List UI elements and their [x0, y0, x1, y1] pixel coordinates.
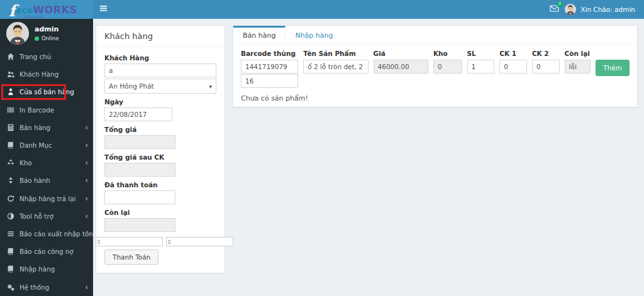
user-menu[interactable]: Xin Chào: admin	[565, 4, 635, 15]
chevron-left-icon: ‹	[85, 195, 88, 202]
barcode-icon	[6, 106, 15, 114]
sl-column: SL	[467, 50, 495, 74]
sidebar-item-in-barcode[interactable]: In Barcode	[0, 101, 93, 119]
sidebar: admin Online Trang chủ Khách Hàng Cửa sổ…	[0, 19, 93, 296]
list-icon	[6, 230, 15, 238]
empty-product-message: Chưa có sản phẩm!	[233, 88, 637, 102]
ck2-label: CK 2	[532, 50, 560, 57]
khach-hang-label: Khách Hàng	[104, 54, 216, 62]
sales-form: Barcode thùng Tên Sản Phẩm Giá Kho SL CK…	[233, 44, 637, 88]
greeting-text: Xin Chào: admin	[580, 6, 635, 13]
sidebar-avatar	[6, 22, 29, 45]
tong-gia-sau-ck-input	[104, 163, 175, 177]
da-thanh-toan-input[interactable]	[104, 190, 175, 204]
khach-hang-input[interactable]	[104, 63, 216, 77]
sidebar-item-kho[interactable]: Kho ‹	[0, 154, 93, 172]
tong-gia-input	[104, 135, 175, 149]
ck2-column: CK 2	[532, 50, 560, 74]
sidebar-item-khach-hang[interactable]: Khách Hàng	[0, 65, 93, 83]
sidebar-user-panel: admin Online	[0, 19, 93, 48]
navbar-right: 0 Xin Chào: admin	[550, 4, 644, 15]
ngay-input[interactable]	[104, 107, 172, 121]
logo-tagline: Make up your	[25, 15, 44, 18]
sidebar-item-bao-cao-xuat-nhap-ton[interactable]: Báo cáo xuất nhập tồn	[0, 225, 93, 243]
tab-nhap-hang[interactable]: Nhập hàng	[286, 26, 342, 43]
product-name-column: Tên Sản Phẩm	[303, 50, 368, 74]
customer-panel: Khách hàng Khách Hàng An Hồng Phát ▼ Ngà…	[96, 25, 225, 273]
book-icon	[6, 265, 15, 273]
chevron-left-icon: ‹	[85, 212, 88, 220]
chevron-left-icon: ‹	[85, 177, 88, 184]
cubes-icon	[6, 159, 15, 167]
users-icon	[6, 70, 15, 78]
dropdown-arrow-icon: ▼	[209, 84, 212, 89]
khach-hang-select[interactable]: An Hồng Phát ▼	[104, 79, 216, 94]
sidebar-user-status: Online	[35, 35, 58, 41]
chevron-left-icon: ‹	[85, 283, 88, 291]
sidebar-item-nhap-hang-tra-lai[interactable]: Nhập hàng trả lại ‹	[0, 190, 93, 207]
sidebar-item-ban-hang[interactable]: Bán hàng ‹	[0, 119, 93, 136]
sidebar-item-he-thong[interactable]: Hệ thống ‹	[0, 278, 93, 295]
misc-input-1[interactable]	[96, 237, 163, 246]
online-dot-icon	[35, 36, 39, 41]
sales-panel: Bán hàng Nhập hàng Barcode thùng Tên Sản…	[233, 25, 638, 107]
tong-gia-sau-ck-label: Tổng giá sau CK	[104, 153, 216, 161]
barcode-label: Barcode thùng	[241, 50, 298, 57]
sidebar-item-bao-hanh[interactable]: Bảo hành ‹	[0, 172, 93, 189]
kho-label: Kho	[433, 50, 462, 57]
sidebar-item-tool-ho-tro[interactable]: Tool hỗ trợ ‹	[0, 207, 93, 225]
messages-menu[interactable]: 0	[550, 4, 559, 14]
chevron-left-icon: ‹	[85, 141, 88, 149]
misc-input-2[interactable]	[166, 237, 233, 246]
person-icon	[6, 88, 15, 96]
gia-column: Giá	[374, 50, 428, 74]
con-lai-input	[104, 218, 175, 232]
top-navbar: f ace WORKS Make up your 0 Xin Chào: adm…	[0, 0, 644, 19]
ck1-column: CK 1	[499, 50, 527, 74]
barcode-qty-input[interactable]	[241, 74, 298, 88]
gia-label: Giá	[374, 50, 428, 57]
logo-works: WORKS	[33, 4, 77, 16]
chevron-left-icon: ‹	[85, 159, 88, 167]
thanh-toan-button[interactable]: Thanh Toán	[104, 249, 158, 265]
customer-panel-title: Khách hàng	[96, 26, 225, 47]
tab-ban-hang[interactable]: Bán hàng	[233, 26, 286, 43]
sidebar-item-bao-cao-cong-no[interactable]: Báo cáo công nợ	[0, 243, 93, 260]
messages-badge: 0	[557, 1, 562, 7]
sidebar-item-nhap-hang[interactable]: Nhập hàng	[0, 260, 93, 278]
ten-san-pham-input[interactable]	[303, 60, 368, 74]
calculator-icon	[6, 124, 15, 131]
user-avatar	[565, 4, 576, 15]
chevron-left-icon: ‹	[85, 124, 88, 131]
logo-ace: ace	[16, 5, 33, 15]
ngay-label: Ngày	[104, 98, 216, 106]
logo-f: f	[9, 5, 16, 18]
gears-icon	[6, 283, 15, 291]
gia-input	[374, 60, 428, 74]
sales-con-lai-input	[565, 60, 591, 74]
sidebar-user-name: admin	[35, 25, 58, 33]
sidebar-item-cua-so-ban-hang[interactable]: Cửa sổ bán hàng	[0, 83, 93, 101]
da-thanh-toan-label: Đã thanh toán	[104, 181, 216, 189]
sidebar-item-trang-chu[interactable]: Trang chủ	[0, 48, 93, 65]
sidebar-item-danh-muc[interactable]: Danh Mục ‹	[0, 136, 93, 154]
home-icon	[6, 53, 15, 60]
sales-con-lai-label: Còn lại	[565, 50, 591, 57]
sidebar-menu: Trang chủ Khách Hàng Cửa sổ bán hàng In …	[0, 48, 93, 296]
them-button[interactable]: Thêm	[596, 60, 630, 76]
sl-input[interactable]	[467, 60, 495, 74]
app-logo[interactable]: f ace WORKS Make up your	[0, 0, 93, 19]
barcode-input[interactable]	[241, 60, 298, 74]
ck1-input[interactable]	[499, 60, 527, 74]
adjust-icon	[6, 212, 15, 220]
book-icon	[6, 248, 15, 255]
sidebar-toggle-button[interactable]	[99, 5, 108, 14]
ck1-label: CK 1	[499, 50, 527, 57]
tong-gia-label: Tổng giá	[104, 126, 216, 133]
sort-icon	[6, 177, 15, 184]
con-lai-label: Còn lại	[104, 209, 216, 216]
ck2-input[interactable]	[532, 60, 560, 74]
ten-san-pham-label: Tên Sản Phẩm	[303, 50, 368, 57]
kho-column: Kho	[433, 50, 462, 74]
con-lai-column: Còn lại	[565, 50, 591, 74]
